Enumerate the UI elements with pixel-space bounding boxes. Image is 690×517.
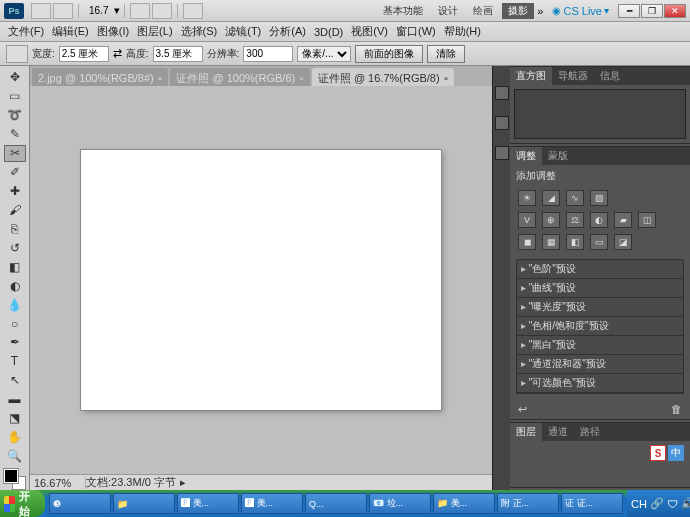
path-select-tool-icon[interactable]: ↖ <box>4 372 26 389</box>
swap-wh-icon[interactable]: ⇄ <box>113 47 122 60</box>
tab-histogram[interactable]: 直方图 <box>510 67 552 85</box>
tray-shield-icon[interactable]: 🛡 <box>667 498 678 510</box>
workspace-essentials[interactable]: 基本功能 <box>377 3 429 19</box>
clear-button[interactable]: 清除 <box>427 45 465 63</box>
close-icon[interactable]: × <box>444 74 449 83</box>
tab-adjustments[interactable]: 调整 <box>510 147 542 165</box>
channel-mixer-icon[interactable]: ◫ <box>638 212 656 228</box>
zoom-tool-icon[interactable]: 🔍 <box>4 448 26 465</box>
bridge-icon[interactable] <box>31 3 51 19</box>
gradient-map-icon[interactable]: ▭ <box>590 234 608 250</box>
screen-mode-icon[interactable] <box>152 3 172 19</box>
menu-file[interactable]: 文件(F) <box>4 22 48 41</box>
photo-filter-icon[interactable]: ▰ <box>614 212 632 228</box>
close-button[interactable]: ✕ <box>664 4 686 18</box>
start-button[interactable]: 开始 <box>0 490 45 517</box>
color-balance-icon[interactable]: ⚖ <box>566 212 584 228</box>
adj-trash-icon[interactable]: 🗑 <box>671 403 682 416</box>
selective-color-icon[interactable]: ◪ <box>614 234 632 250</box>
ime-mode[interactable]: 中 <box>668 445 684 461</box>
workspace-painting[interactable]: 绘画 <box>467 3 499 19</box>
menu-window[interactable]: 窗口(W) <box>392 22 440 41</box>
task-item[interactable]: 🅿 美... <box>177 493 239 514</box>
preset-levels[interactable]: "色阶"预设 <box>517 260 683 279</box>
workspace-more-icon[interactable]: » <box>537 5 543 17</box>
marquee-tool-icon[interactable]: ▭ <box>4 88 26 105</box>
status-zoom[interactable]: 16.67% <box>34 477 86 489</box>
menu-3d[interactable]: 3D(D) <box>310 24 347 40</box>
menu-filter[interactable]: 滤镜(T) <box>221 22 265 41</box>
panel-icon[interactable] <box>495 116 509 130</box>
pen-tool-icon[interactable]: ✒ <box>4 334 26 351</box>
3d-tool-icon[interactable]: ⬔ <box>4 410 26 427</box>
menu-help[interactable]: 帮助(H) <box>440 22 485 41</box>
exposure-icon[interactable]: ▨ <box>590 190 608 206</box>
gradient-tool-icon[interactable]: ◐ <box>4 277 26 294</box>
quick-select-tool-icon[interactable]: ✎ <box>4 126 26 143</box>
healing-brush-tool-icon[interactable]: ✚ <box>4 183 26 200</box>
task-item[interactable]: 🅿 美... <box>241 493 303 514</box>
preset-selective-color[interactable]: "可选颜色"预设 <box>517 374 683 393</box>
blur-tool-icon[interactable]: 💧 <box>4 296 26 313</box>
width-input[interactable] <box>59 46 109 62</box>
menu-view[interactable]: 视图(V) <box>347 22 392 41</box>
move-tool-icon[interactable]: ✥ <box>4 69 26 86</box>
adj-return-icon[interactable]: ↩ <box>518 403 527 416</box>
task-item[interactable]: 证 证... <box>561 493 623 514</box>
vibrance-icon[interactable]: V <box>518 212 536 228</box>
lang-indicator[interactable]: CH <box>631 498 647 510</box>
sogou-icon[interactable]: S <box>650 445 666 461</box>
front-image-button[interactable]: 前面的图像 <box>355 45 423 63</box>
eraser-tool-icon[interactable]: ◧ <box>4 258 26 275</box>
view-extras-icon[interactable] <box>130 3 150 19</box>
hue-sat-icon[interactable]: ⊕ <box>542 212 560 228</box>
clone-stamp-tool-icon[interactable]: ⎘ <box>4 220 26 237</box>
type-tool-icon[interactable]: T <box>4 353 26 370</box>
cs-live-button[interactable]: ◉ CS Live ▾ <box>552 5 609 17</box>
height-input[interactable] <box>153 46 203 62</box>
tab-channels[interactable]: 通道 <box>542 423 574 441</box>
tab-paths[interactable]: 路径 <box>574 423 606 441</box>
curves-icon[interactable]: ∿ <box>566 190 584 206</box>
panel-icon[interactable] <box>495 86 509 100</box>
tab-info[interactable]: 信息 <box>594 67 626 85</box>
menu-image[interactable]: 图像(I) <box>93 22 133 41</box>
lasso-tool-icon[interactable]: ➰ <box>4 107 26 124</box>
close-icon[interactable]: × <box>299 74 304 83</box>
preset-channel-mixer[interactable]: "通道混和器"预设 <box>517 355 683 374</box>
tray-volume-icon[interactable]: 🔊 <box>681 497 690 510</box>
threshold-icon[interactable]: ◧ <box>566 234 584 250</box>
task-item[interactable]: 📧 垃... <box>369 493 431 514</box>
doc-tab-2[interactable]: 证件照 @ 100%(RGB/8)× <box>170 68 309 86</box>
brush-tool-icon[interactable]: 🖌 <box>4 202 26 219</box>
shape-tool-icon[interactable]: ▬ <box>4 391 26 408</box>
crop-tool-icon[interactable]: ✂ <box>4 145 26 162</box>
doc-tab-1[interactable]: 2.jpg @ 100%(RGB/8#)× <box>32 68 168 86</box>
workspace-design[interactable]: 设计 <box>432 3 464 19</box>
invert-icon[interactable]: ◼ <box>518 234 536 250</box>
hand-tool-icon[interactable]: ✋ <box>4 429 26 446</box>
tab-masks[interactable]: 蒙版 <box>542 147 574 165</box>
minimize-button[interactable]: ━ <box>618 4 640 18</box>
menu-layer[interactable]: 图层(L) <box>133 22 176 41</box>
menu-select[interactable]: 选择(S) <box>177 22 222 41</box>
status-more-icon[interactable]: ▸ <box>180 476 186 489</box>
tab-navigator[interactable]: 导航器 <box>552 67 594 85</box>
canvas[interactable] <box>81 150 441 410</box>
foreground-color[interactable] <box>4 469 18 483</box>
task-item[interactable]: ❸ <box>49 493 111 514</box>
doc-tab-3[interactable]: 证件照 @ 16.7%(RGB/8)× <box>312 68 454 86</box>
close-icon[interactable]: × <box>158 74 163 83</box>
tray-link-icon[interactable]: 🔗 <box>650 497 664 510</box>
history-brush-tool-icon[interactable]: ↺ <box>4 239 26 256</box>
mini-bridge-icon[interactable] <box>53 3 73 19</box>
workspace-photography[interactable]: 摄影 <box>502 3 534 19</box>
levels-icon[interactable]: ◢ <box>542 190 560 206</box>
eyedropper-tool-icon[interactable]: ✐ <box>4 164 26 181</box>
preset-curves[interactable]: "曲线"预设 <box>517 279 683 298</box>
color-swatches[interactable] <box>4 469 26 490</box>
crop-tool-preset-icon[interactable] <box>6 45 28 63</box>
preset-hue-sat[interactable]: "色相/饱和度"预设 <box>517 317 683 336</box>
resolution-input[interactable] <box>243 46 293 62</box>
dodge-tool-icon[interactable]: ○ <box>4 315 26 332</box>
